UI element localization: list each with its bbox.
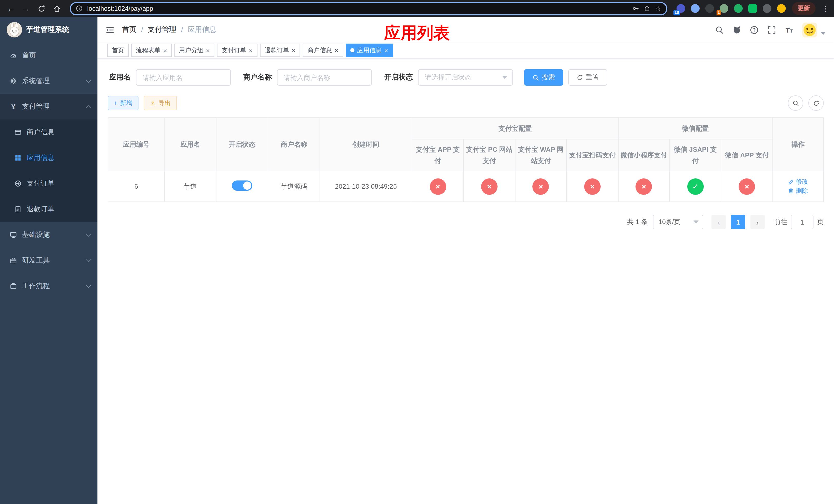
sidebar-item-home[interactable]: 首页 xyxy=(0,43,97,68)
bookmark-star-icon[interactable]: ☆ xyxy=(655,5,661,12)
sidebar-logo[interactable]: 芋道管理系统 xyxy=(0,17,97,43)
tab-user-group[interactable]: 用户分组× xyxy=(174,44,214,57)
sidebar-toggle-icon[interactable] xyxy=(106,25,114,34)
extension-profile-icon[interactable]: 1 xyxy=(720,4,728,13)
breadcrumb: 首页/支付管理/应用信息 xyxy=(122,25,216,35)
close-icon[interactable]: × xyxy=(206,47,210,53)
tab-payment-order[interactable]: 支付订单× xyxy=(217,44,257,57)
chevron-down-icon xyxy=(86,78,91,83)
sidebar-item-refund-order[interactable]: 退款订单 xyxy=(0,197,97,222)
status-select[interactable]: 请选择开启状态 xyxy=(418,69,513,86)
total-count: 共 1 条 xyxy=(627,217,648,227)
dashboard-icon xyxy=(9,52,18,59)
fullscreen-icon[interactable] xyxy=(767,25,776,34)
screen: ← → localhost:1024/pay/app ☆ 101 更新 ⋮ 芋道… xyxy=(0,0,834,504)
edit-icon xyxy=(788,179,794,185)
edit-button[interactable]: 修改 xyxy=(788,178,808,186)
extension-blue-drop-icon[interactable] xyxy=(691,4,700,13)
password-key-icon[interactable] xyxy=(633,5,639,12)
avatar-caret-icon[interactable] xyxy=(821,32,826,35)
browser-forward-icon[interactable]: → xyxy=(20,2,33,15)
chevron-up-icon xyxy=(86,105,91,110)
tab-flow-form[interactable]: 流程表单× xyxy=(131,44,172,57)
close-icon[interactable]: × xyxy=(335,47,338,53)
export-button[interactable]: 导出 xyxy=(144,96,177,110)
sidebar-item-label: 商户信息 xyxy=(27,128,54,137)
sidebar-item-payment-order[interactable]: 支付订单 xyxy=(0,171,97,197)
address-bar[interactable]: localhost:1024/pay/app ☆ xyxy=(70,2,667,15)
add-button[interactable]: + 新增 xyxy=(108,96,138,110)
extensions-area: 101 xyxy=(674,4,789,13)
chevron-down-icon xyxy=(694,221,699,224)
created-time-cell: 2021-10-23 08:49:25 xyxy=(320,171,412,202)
sidebar: 芋道管理系统 首页 系统管理¥ 支付管理 商户信息 应用信息 支付订单 退款订单… xyxy=(0,17,97,504)
page-size-select[interactable]: 10条/页 xyxy=(653,215,703,229)
font-size-icon[interactable]: TT xyxy=(785,25,793,34)
close-icon[interactable]: × xyxy=(163,47,167,53)
app-frame: 芋道管理系统 首页 系统管理¥ 支付管理 商户信息 应用信息 支付订单 退款订单… xyxy=(0,17,834,504)
sidebar-item-app-info[interactable]: 应用信息 xyxy=(0,145,97,171)
col-header-wechat-app: 微信 APP 支付 xyxy=(721,139,773,171)
page-title: 应用列表 xyxy=(384,22,450,45)
chevron-down-icon xyxy=(86,257,91,262)
merchant-name-input[interactable] xyxy=(277,69,372,86)
next-page-button[interactable]: › xyxy=(750,215,765,229)
refresh-table-button[interactable] xyxy=(808,95,824,111)
browser-reload-icon[interactable] xyxy=(35,2,48,15)
delete-button[interactable]: 删除 xyxy=(788,187,808,196)
extension-green-chat-icon[interactable] xyxy=(748,4,757,13)
app-name-input[interactable] xyxy=(136,69,231,86)
github-icon[interactable] xyxy=(732,25,741,34)
refund-icon xyxy=(14,206,22,213)
browser-menu-icon[interactable]: ⋮ xyxy=(821,4,830,13)
close-icon[interactable]: × xyxy=(384,47,388,53)
show-search-button[interactable] xyxy=(788,95,803,111)
help-icon[interactable]: ? xyxy=(750,25,759,34)
extension-green-circle-icon[interactable] xyxy=(734,4,743,13)
tab-home[interactable]: 首页 xyxy=(107,44,129,57)
close-icon[interactable]: × xyxy=(292,47,296,53)
extension-emoji-face-icon[interactable] xyxy=(777,4,786,13)
tab-refund-order[interactable]: 退款订单× xyxy=(260,44,300,57)
sidebar-item-infrastructure[interactable]: 基础设施 xyxy=(0,222,97,248)
col-header-alipay-wap: 支付宝 WAP 网站支付 xyxy=(515,139,567,171)
page-1-button[interactable]: 1 xyxy=(731,215,745,229)
url-text[interactable]: localhost:1024/pay/app xyxy=(87,5,628,12)
chevron-down-icon xyxy=(502,76,507,79)
col-header-2: 开启状态 xyxy=(216,118,268,171)
breadcrumb-item[interactable]: 首页 xyxy=(122,25,136,35)
sidebar-item-label: 基础设施 xyxy=(22,230,50,239)
header-search-icon[interactable] xyxy=(715,25,724,34)
submenu-payment: 商户信息 应用信息 支付订单 退款订单 xyxy=(0,119,97,222)
sidebar-item-workflow[interactable]: 工作流程 xyxy=(0,273,97,299)
active-dot-icon xyxy=(350,48,354,52)
close-icon[interactable]: × xyxy=(249,47,253,53)
share-icon[interactable] xyxy=(644,5,651,12)
browser-back-icon[interactable]: ← xyxy=(4,2,18,15)
apps-table: 应用编号应用名开启状态商户名称创建时间支付宝配置微信配置操作支付宝 APP 支付… xyxy=(108,117,824,202)
tab-label: 支付订单 xyxy=(222,46,246,54)
extension-dark-pin-icon[interactable] xyxy=(763,4,771,13)
tab-app-info[interactable]: 应用信息× xyxy=(346,44,393,57)
sidebar-item-system[interactable]: 系统管理 xyxy=(0,68,97,94)
sidebar-item-payment[interactable]: ¥ 支付管理 xyxy=(0,94,97,119)
sidebar-item-merchant-info[interactable]: 商户信息 xyxy=(0,119,97,145)
tab-merchant-info[interactable]: 商户信息× xyxy=(303,44,343,57)
breadcrumb-item[interactable]: 支付管理 xyxy=(148,25,176,35)
enabled-toggle[interactable] xyxy=(232,181,253,191)
extension-dark-globe-icon[interactable] xyxy=(705,4,714,13)
goto-page-input[interactable] xyxy=(791,215,813,229)
svg-text:T: T xyxy=(790,28,793,33)
user-avatar[interactable] xyxy=(802,22,817,37)
site-info-icon[interactable] xyxy=(76,5,83,12)
search-button[interactable]: 搜索 xyxy=(524,69,563,86)
sidebar-menu: 首页 系统管理¥ 支付管理 商户信息 应用信息 支付订单 退款订单 基础设施 研… xyxy=(0,43,97,299)
reset-button[interactable]: 重置 xyxy=(568,69,607,86)
extension-multicolor-icon[interactable]: 10 xyxy=(677,4,685,13)
table-row: 6 芋道 芋道源码 2021-10-23 08:49:25×××××✓×修改删除 xyxy=(108,171,824,202)
browser-home-icon[interactable] xyxy=(50,2,64,15)
sidebar-item-dev-tools[interactable]: 研发工具 xyxy=(0,248,97,273)
breadcrumb-item: 应用信息 xyxy=(188,25,216,35)
prev-page-button[interactable]: ‹ xyxy=(711,215,726,229)
browser-update-button[interactable]: 更新 xyxy=(792,2,815,15)
